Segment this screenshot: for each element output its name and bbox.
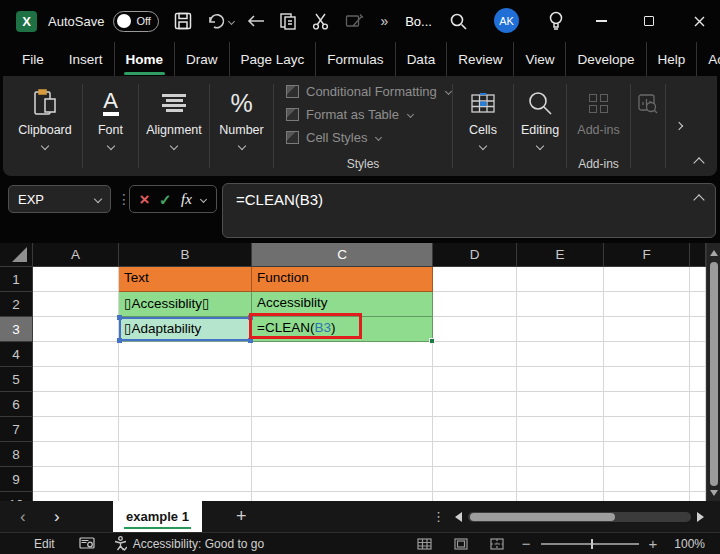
cell-D1[interactable]	[433, 267, 517, 292]
cell-E7[interactable]	[517, 417, 604, 442]
save-button[interactable]	[171, 9, 195, 33]
cell-E6[interactable]	[517, 392, 604, 417]
formula-bar-input[interactable]: =CLEAN(B3)	[222, 183, 716, 238]
cell-F6[interactable]	[604, 392, 690, 417]
tab-acrobat[interactable]: Acrobat	[697, 42, 720, 76]
undo-button[interactable]	[204, 9, 228, 33]
row-header-9[interactable]: 9	[0, 467, 33, 492]
cell-B3[interactable]: ▯Adaptability	[119, 317, 252, 342]
cell-A8[interactable]	[33, 442, 119, 467]
cell-C10[interactable]	[252, 492, 433, 501]
cell-F9[interactable]	[604, 467, 690, 492]
tab-page-layc[interactable]: Page Layc	[230, 42, 317, 76]
cell-D5[interactable]	[433, 367, 517, 392]
cell-B1[interactable]: Text	[119, 267, 252, 292]
cell-E9[interactable]	[517, 467, 604, 492]
macro-record-button[interactable]	[79, 537, 95, 550]
cell-B2[interactable]: ▯Accessiblity▯	[119, 292, 252, 317]
collapse-formula-bar-button[interactable]	[693, 194, 704, 205]
cell-C5[interactable]	[252, 367, 433, 392]
cell[interactable]	[690, 317, 706, 342]
cell-styles-button[interactable]: Cell Styles	[286, 130, 452, 145]
cell-B6[interactable]	[119, 392, 252, 417]
scroll-down-arrow[interactable]	[710, 490, 718, 496]
cell-C1[interactable]: Function	[252, 267, 433, 292]
horizontal-scroll-thumb[interactable]	[470, 513, 615, 521]
zoom-slider[interactable]	[541, 543, 639, 545]
cell-C9[interactable]	[252, 467, 433, 492]
cell-F10[interactable]	[604, 492, 690, 501]
cell-B7[interactable]	[119, 417, 252, 442]
column-header-C[interactable]: C	[252, 243, 433, 267]
autosave-toggle[interactable]: Off	[113, 11, 159, 32]
excel-logo-icon[interactable]: X	[16, 11, 37, 32]
fill-handle[interactable]	[429, 338, 435, 344]
row-header-3[interactable]: 3	[0, 317, 33, 342]
scroll-right-arrow[interactable]	[697, 512, 704, 522]
minimize-button[interactable]	[580, 0, 622, 42]
cell-B10[interactable]	[119, 492, 252, 501]
tab-file[interactable]: File	[8, 42, 58, 76]
column-header-B[interactable]: B	[119, 243, 252, 267]
cut-button[interactable]	[308, 9, 332, 33]
tab-draw[interactable]: Draw	[175, 42, 230, 76]
column-header-E[interactable]: E	[517, 243, 604, 267]
cell[interactable]	[690, 367, 706, 392]
cell[interactable]	[690, 492, 706, 501]
row-header-4[interactable]: 4	[0, 342, 33, 367]
ribbon-group-clipboard[interactable]: Clipboard	[8, 76, 82, 176]
close-button[interactable]	[678, 0, 720, 42]
ribbon-group-number[interactable]: % Number	[210, 76, 273, 176]
cell-D9[interactable]	[433, 467, 517, 492]
tab-home[interactable]: Home	[115, 42, 176, 76]
horizontal-scrollbar[interactable]	[455, 511, 704, 522]
cell-E8[interactable]	[517, 442, 604, 467]
row-header-2[interactable]: 2	[0, 292, 33, 317]
cell-E5[interactable]	[517, 367, 604, 392]
cell-C2[interactable]: Accessiblity	[252, 292, 433, 317]
column-header-A[interactable]: A	[33, 243, 119, 267]
cell-A7[interactable]	[33, 417, 119, 442]
maximize-button[interactable]	[628, 0, 670, 42]
cell[interactable]	[690, 417, 706, 442]
vertical-scroll-thumb[interactable]	[710, 262, 718, 486]
ribbon-group-alignment[interactable]: Alignment	[139, 76, 209, 176]
undo-dropdown-chevron[interactable]	[228, 17, 235, 24]
row-header-6[interactable]: 6	[0, 392, 33, 417]
cell-D8[interactable]	[433, 442, 517, 467]
column-header-F[interactable]: F	[604, 243, 690, 267]
cell-B5[interactable]	[119, 367, 252, 392]
cancel-button[interactable]: ×	[140, 191, 150, 208]
collapse-ribbon-button[interactable]	[693, 157, 704, 168]
cell-F8[interactable]	[604, 442, 690, 467]
copy-button[interactable]	[276, 9, 300, 33]
cell[interactable]	[690, 392, 706, 417]
ribbon-group-editing[interactable]: Editing	[514, 76, 566, 176]
cell-B9[interactable]	[119, 467, 252, 492]
normal-view-button[interactable]	[417, 538, 432, 550]
zoom-slider-thumb[interactable]	[591, 539, 593, 549]
column-header-partial[interactable]	[690, 243, 706, 267]
cell-F2[interactable]	[604, 292, 690, 317]
ribbon-group-cells[interactable]: Cells	[453, 76, 513, 176]
sheet-options-dots[interactable]: ⋮	[432, 501, 445, 532]
tab-review[interactable]: Review	[447, 42, 514, 76]
row-header-7[interactable]: 7	[0, 417, 33, 442]
tab-develope[interactable]: Develope	[566, 42, 646, 76]
cell-F3[interactable]	[604, 317, 690, 342]
cell[interactable]	[690, 292, 706, 317]
row-header-10[interactable]: 10	[0, 492, 33, 501]
vertical-scrollbar[interactable]	[706, 243, 720, 501]
cell[interactable]	[690, 467, 706, 492]
cell-D4[interactable]	[433, 342, 517, 367]
tab-help[interactable]: Help	[647, 42, 698, 76]
cell-A2[interactable]	[33, 292, 119, 317]
scroll-left-arrow[interactable]	[455, 512, 462, 522]
cell-F7[interactable]	[604, 417, 690, 442]
cell[interactable]	[690, 267, 706, 292]
tab-insert[interactable]: Insert	[58, 42, 115, 76]
page-break-preview-button[interactable]	[490, 538, 504, 550]
tab-formulas[interactable]: Formulas	[316, 42, 395, 76]
zoom-level[interactable]: 100%	[674, 537, 705, 551]
horizontal-scroll-track[interactable]	[468, 512, 691, 522]
